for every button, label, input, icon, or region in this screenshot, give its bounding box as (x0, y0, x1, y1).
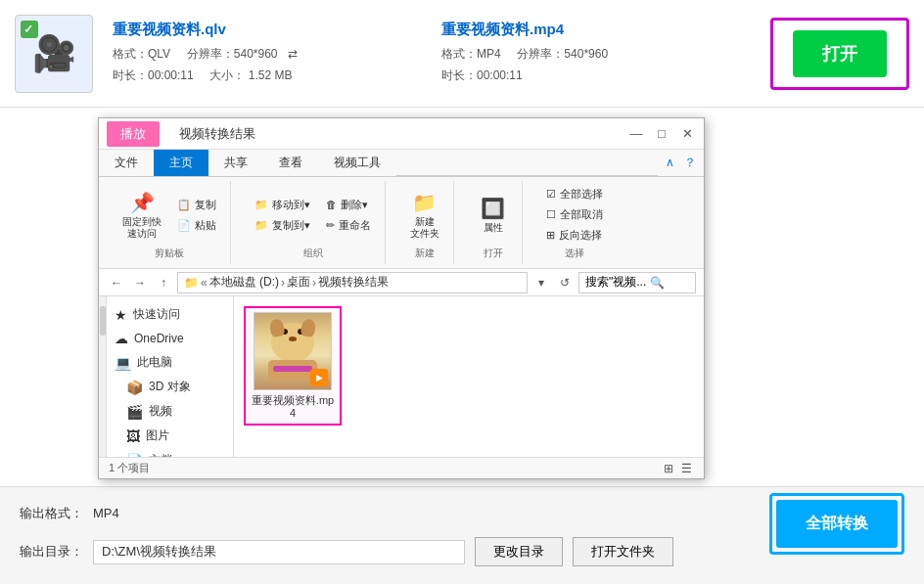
tab-share[interactable]: 共享 (208, 150, 263, 176)
tab-home[interactable]: 主页 (154, 150, 208, 176)
video-icon: 🎬 (126, 404, 143, 420)
properties-button[interactable]: 🔲 属性 (474, 195, 513, 236)
deselect-all-button[interactable]: ☐ 全部取消 (540, 205, 609, 224)
sidebar-item-documents[interactable]: 📄 文档 (107, 448, 233, 457)
forward-button[interactable]: → (130, 273, 150, 292)
format-value: MP4 (93, 506, 119, 520)
list-view-button[interactable]: ☰ (678, 461, 694, 476)
item-count: 1 个项目 (109, 461, 150, 475)
path-drive: 本地磁盘 (D:) (209, 274, 279, 291)
pictures-icon: 🖼 (126, 428, 140, 444)
onedrive-label: OneDrive (134, 332, 184, 345)
directory-label: 输出目录： (20, 543, 83, 561)
open-folder-button[interactable]: 打开文件夹 (573, 537, 673, 566)
refresh-button[interactable]: ↺ (555, 273, 575, 292)
rename-button[interactable]: ✏ 重命名 (320, 216, 377, 235)
play-tab[interactable]: 播放 (107, 121, 160, 147)
move-to-button[interactable]: 📁 移动到▾ (249, 196, 316, 214)
file-item-video[interactable]: ▶ 重要视频资料.mp4 (244, 306, 342, 426)
source-duration: 时长：00:00:11 (113, 68, 194, 82)
cloud-icon: ☁ (115, 331, 128, 346)
sidebar-item-3dobjects[interactable]: 📦 3D 对象 (107, 375, 233, 399)
pictures-label: 图片 (146, 427, 169, 444)
target-resolution: 分辨率：540*960 (517, 47, 608, 61)
select-all-button[interactable]: ☑ 全部选择 (540, 185, 609, 203)
change-dir-button[interactable]: 更改目录 (475, 537, 563, 566)
sidebar-item-quickaccess[interactable]: ★ 快速访问 (107, 302, 233, 327)
open-group: 🔲 属性 打开 (464, 181, 523, 264)
grid-view-button[interactable]: ⊞ (661, 461, 676, 476)
sidebar-scroll-thumb (100, 306, 106, 336)
window-controls: — □ ✕ (627, 125, 696, 143)
organize-group: 📁 移动到▾ 📁 复制到▾ 🗑 删除▾ (241, 181, 386, 264)
target-format: 格式：MP4 (441, 47, 501, 61)
file-thumbnail: ▶ (254, 312, 332, 390)
close-button[interactable]: ✕ (678, 125, 696, 143)
3dobjects-label: 3D 对象 (149, 379, 191, 395)
new-group: 📁 新建文件夹 新建 (395, 181, 454, 264)
tab-file[interactable]: 文件 (99, 150, 154, 176)
search-label: 搜索"视频... (585, 274, 646, 291)
copy-button[interactable]: 📋 复制 (171, 196, 222, 214)
clipboard-label: 剪贴板 (155, 247, 184, 260)
open-label: 打开 (484, 247, 503, 260)
sidebar-scrollbar[interactable] (99, 296, 107, 457)
search-box[interactable]: 搜索"视频... 🔍 (578, 272, 696, 293)
source-resolution: 分辨率：540*960 (187, 47, 278, 61)
pin-icon: 📌 (130, 191, 155, 214)
sidebar-item-thispc[interactable]: 💻 此电脑 (107, 350, 233, 375)
result-tab-title: 视频转换结果 (179, 125, 255, 143)
file-area: ▶ 重要视频资料.mp4 (234, 296, 704, 457)
tab-view[interactable]: 查看 (263, 150, 318, 176)
copy-icon: 📋 (177, 199, 191, 211)
dropdown-button[interactable]: ▾ (531, 273, 551, 292)
directory-input[interactable] (93, 540, 465, 564)
file-item-label: 重要视频资料.mp4 (250, 394, 336, 420)
sidebar-item-onedrive[interactable]: ☁ OneDrive (107, 327, 233, 350)
help-chevron[interactable]: ∧ ？ (658, 150, 704, 176)
pin-button[interactable]: 📌 固定到快速访问 (116, 189, 167, 242)
main-window: ✓ 🎥 重要视频资料.qlv 格式：QLV 分辨率：540*960 ⇄ 时长：0… (0, 0, 924, 584)
minimize-button[interactable]: — (627, 125, 645, 143)
move-icon: 📁 (254, 199, 268, 211)
back-button[interactable]: ← (107, 273, 126, 292)
open-button-wrapper: 打开 (770, 18, 909, 90)
explorer-titlebar: 播放 视频转换结果 — □ ✕ (99, 118, 704, 150)
video-label: 视频 (149, 403, 172, 420)
select-all-icon: ☑ (546, 188, 556, 201)
convert-button[interactable]: 全部转换 (776, 500, 898, 548)
camera-icon: 🎥 (32, 33, 76, 74)
deselect-icon: ☐ (546, 208, 556, 221)
computer-icon: 💻 (115, 355, 131, 371)
invert-selection-button[interactable]: ⊞ 反向选择 (540, 226, 609, 245)
copy-to-icon: 📁 (254, 219, 268, 232)
search-icon: 🔍 (650, 276, 665, 290)
sidebar-item-video[interactable]: 🎬 视频 (107, 399, 233, 424)
play-overlay: ▶ (310, 369, 328, 386)
ribbon-tabs: 文件 主页 共享 查看 视频工具 ∧ ？ (99, 150, 704, 177)
title-tabs: 播放 视频转换结果 (107, 121, 255, 147)
convert-button-wrapper: 全部转换 (769, 493, 904, 555)
format-label: 输出格式： (20, 505, 83, 522)
sidebar-item-pictures[interactable]: 🖼 图片 (107, 424, 233, 448)
tab-video-tools[interactable]: 视频工具 (318, 150, 396, 176)
new-label: 新建 (415, 247, 435, 260)
path-folder-icon: 📁 (184, 276, 199, 290)
paste-button[interactable]: 📄 粘贴 (171, 216, 222, 235)
delete-button[interactable]: 🗑 删除▾ (320, 196, 377, 214)
clipboard-group: 📌 固定到快速访问 📋 复制 📄 粘贴 (109, 181, 231, 264)
content-area: ★ 快速访问 ☁ OneDrive 💻 此电脑 📦 3D 对象 🎬 视 (99, 296, 704, 457)
maximize-button[interactable]: □ (653, 125, 670, 143)
source-file-icon: ✓ 🎥 (15, 15, 93, 93)
address-path[interactable]: 📁 « 本地磁盘 (D:) › 桌面 › 视频转换结果 (177, 272, 528, 293)
copy-to-button[interactable]: 📁 复制到▾ (249, 216, 316, 235)
status-bar: 1 个项目 ⊞ ☰ (99, 457, 704, 478)
up-button[interactable]: ↑ (154, 273, 173, 292)
source-size: 大小： 1.52 MB (209, 68, 292, 82)
new-folder-button[interactable]: 📁 新建文件夹 (404, 189, 445, 242)
open-button[interactable]: 打开 (793, 30, 887, 77)
ribbon-content: 📌 固定到快速访问 📋 复制 📄 粘贴 (99, 177, 704, 268)
path-desktop: 桌面 (287, 274, 310, 291)
source-file-info: 重要视频资料.qlv 格式：QLV 分辨率：540*960 ⇄ 时长：00:00… (113, 21, 441, 86)
target-file-info: 重要视频资料.mp4 格式：MP4 分辨率：540*960 时长：00:00:1… (441, 21, 770, 86)
